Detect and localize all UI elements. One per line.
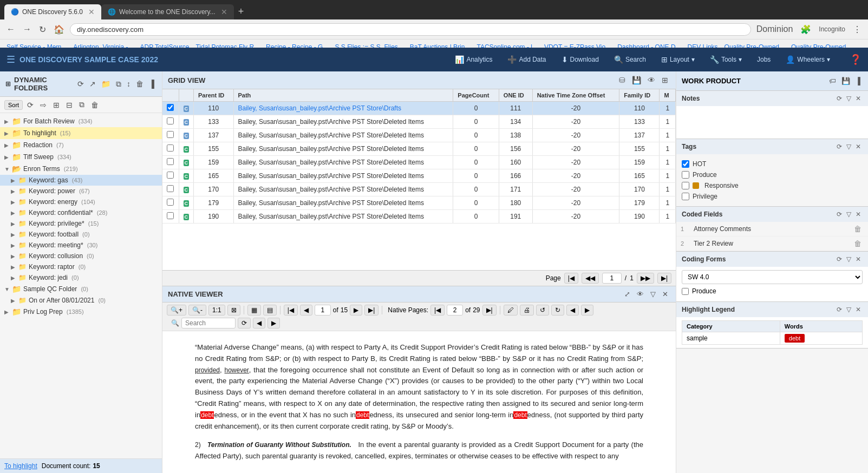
folder-keyword-privilege[interactable]: ▶ 📁 Keyword: privilege* (15) [0, 218, 162, 229]
row-checkbox-cell[interactable] [162, 156, 179, 169]
col-icon[interactable] [162, 89, 179, 102]
forward-button[interactable]: → [21, 23, 34, 35]
native-first-btn[interactable]: |◀ [430, 305, 445, 316]
hl-expand-btn[interactable]: ▽ [845, 305, 853, 314]
nav-jobs[interactable]: Jobs [750, 52, 777, 67]
tab-close-btn-2[interactable]: ✕ [221, 8, 227, 16]
row-checkbox-cell[interactable] [162, 102, 179, 115]
cf-del-2[interactable]: 🗑 [852, 239, 864, 248]
hl-refresh-btn[interactable]: ⟳ [835, 305, 844, 314]
row-checkbox-cell[interactable] [162, 142, 179, 156]
page-first-viewer-btn[interactable]: |◀ [284, 305, 298, 316]
folder-keyword-jedi[interactable]: ▶ 📁 Keyword: jedi (0) [0, 272, 162, 283]
tag-hot-checkbox[interactable] [682, 160, 689, 168]
grid-filter-btn[interactable]: ⛁ [617, 75, 628, 86]
sort-forward-btn[interactable]: ⇨ [38, 100, 49, 110]
tag-produce-checkbox[interactable] [682, 171, 689, 179]
page-input[interactable] [602, 273, 622, 284]
native-last-btn[interactable]: ▶| [482, 305, 497, 316]
page-last-viewer-btn[interactable]: ▶| [364, 305, 378, 316]
coding-form-select[interactable]: SW 4.0 Default Review [682, 270, 863, 284]
row-path[interactable]: Bailey, Susan\susan_bailey.pst\Archive P… [233, 102, 453, 115]
tab-close-btn[interactable]: ✕ [88, 8, 95, 16]
row-path[interactable]: Bailey, Susan\susan_bailey.pst\Archive P… [233, 115, 453, 129]
hl-close-btn[interactable]: ✕ [854, 305, 863, 314]
folder-keyword-gas[interactable]: ▶ 📁 Keyword: gas (43) [0, 175, 162, 186]
viewer-popout-btn[interactable]: ⤢ [622, 289, 632, 299]
row-checkbox[interactable] [167, 104, 174, 111]
nav-add-data[interactable]: ➕ Add Data [501, 52, 552, 67]
notes-close-btn[interactable]: ✕ [854, 94, 863, 103]
folder-redaction[interactable]: ▶ 📁 Redaction (7) [0, 139, 162, 151]
folder-keyword-confidential[interactable]: ▶ 📁 Keyword: confidential* (28) [0, 207, 162, 218]
page-last-btn[interactable]: ▶| [657, 273, 671, 284]
sidebar-panel-toggle[interactable]: ▐ [147, 78, 156, 90]
notes-content[interactable] [676, 106, 868, 139]
sidebar-share-btn[interactable]: ↗ [87, 78, 98, 90]
viewer-search-input[interactable] [181, 318, 236, 329]
sort-copy2-btn[interactable]: ⧉ [77, 99, 87, 110]
hamburger-menu[interactable]: ☰ [6, 54, 15, 65]
row-checkbox[interactable] [167, 144, 174, 152]
sort-grid-btn[interactable]: ⊞ [51, 100, 62, 110]
row-checkbox[interactable] [167, 131, 174, 138]
table-row[interactable]: C 190 Bailey, Susan\susan_bailey.pst\Arc… [162, 210, 676, 224]
tag-privilege-checkbox[interactable] [682, 193, 689, 200]
native-page-input[interactable] [447, 305, 463, 316]
grid-save-btn[interactable]: 💾 [630, 75, 643, 86]
folder-keyword-meeting[interactable]: ▶ 📁 Keyword: meeting* (30) [0, 240, 162, 251]
zoom-out-btn[interactable]: 🔍- [188, 305, 206, 316]
folder-to-highlight[interactable]: ▶ 📁 To highlight (15) [0, 127, 162, 139]
sidebar-add-folder-btn[interactable]: 📁 [99, 78, 113, 90]
right-sidebar-scroll[interactable]: Notes ⟳ ▽ ✕ Tags ⟳ [676, 91, 868, 473]
nav-download[interactable]: ⬇ Download [555, 52, 605, 67]
tab-welcome[interactable]: 🌐 Welcome to the ONE Discovery... ✕ [101, 4, 234, 19]
view-scroll-btn[interactable]: ▤ [263, 305, 277, 316]
page-first-btn[interactable]: |◀ [564, 273, 578, 284]
sort-view-btn[interactable]: ⊟ [64, 100, 75, 110]
print-btn[interactable]: 🖨 [520, 305, 534, 316]
viewer-page-input[interactable] [315, 305, 331, 316]
cf-expand-btn[interactable]: ▽ [845, 210, 853, 219]
folder-priv-log-prep[interactable]: ▶ 📁 Priv Log Prep (1385) [0, 306, 162, 318]
row-checkbox[interactable] [167, 185, 174, 192]
table-row[interactable]: C 133 Bailey, Susan\susan_bailey.pst\Arc… [162, 115, 676, 129]
sort-button[interactable]: Sort [4, 100, 23, 110]
row-path[interactable]: Bailey, Susan\susan_bailey.pst\Archive P… [233, 169, 453, 183]
cf-produce-checkbox[interactable] [682, 288, 689, 295]
nav-analytics[interactable]: 📊 Analytics [448, 52, 499, 67]
native-content[interactable]: “Material Adverse Change” means, (a) wit… [162, 331, 676, 473]
sidebar-copy-btn[interactable]: ⧉ [114, 78, 123, 90]
tags-close-btn[interactable]: ✕ [854, 142, 863, 151]
tags-refresh-btn[interactable]: ⟳ [835, 142, 844, 151]
folder-for-batch-review[interactable]: ▶ 📁 For Batch Review (334) [0, 115, 162, 127]
row-checkbox-cell[interactable] [162, 196, 179, 210]
page-next-viewer-btn[interactable]: ▶ [350, 305, 362, 316]
rotate-left-btn[interactable]: ↺ [536, 305, 549, 316]
coding-forms-close-btn[interactable]: ✕ [854, 255, 863, 264]
zoom-in-btn[interactable]: 🔍+ [167, 305, 186, 316]
rotate-right-btn[interactable]: ↻ [551, 305, 564, 316]
page-prev-btn[interactable]: ◀◀ [582, 273, 599, 284]
search-prev-btn[interactable]: ◀ [253, 318, 265, 329]
cf-del-1[interactable]: 🗑 [852, 225, 864, 233]
address-bar[interactable] [70, 23, 751, 36]
new-tab-button[interactable]: + [234, 4, 249, 19]
wp-save-btn[interactable]: 💾 [839, 76, 852, 86]
table-row[interactable]: C 155 Bailey, Susan\susan_bailey.pst\Arc… [162, 142, 676, 156]
folder-keyword-football[interactable]: ▶ 📁 Keyword: football (0) [0, 229, 162, 240]
search-next-btn[interactable]: ▶ [267, 318, 280, 329]
folder-tiff-sweep[interactable]: ▶ 📁 Tiff Sweep (334) [0, 151, 162, 163]
footer-link[interactable]: To highlight [4, 462, 37, 470]
row-checkbox[interactable] [167, 172, 174, 179]
folder-keyword-energy[interactable]: ▶ 📁 Keyword: energy (104) [0, 196, 162, 207]
grid-eye-btn[interactable]: 👁 [645, 75, 657, 86]
nav-search[interactable]: 🔍 Search [608, 52, 652, 67]
row-path[interactable]: Bailey, Susan\susan_bailey.pst\Archive P… [233, 129, 453, 142]
row-path[interactable]: Bailey, Susan\susan_bailey.pst\Archive P… [233, 156, 453, 169]
fit-width-btn[interactable]: ⊠ [227, 305, 240, 316]
row-checkbox-cell[interactable] [162, 129, 179, 142]
tags-expand-btn[interactable]: ▽ [845, 142, 853, 151]
row-path[interactable]: Bailey, Susan\susan_bailey.pst\Archive P… [233, 183, 453, 196]
page-prev-viewer-btn[interactable]: ◀ [300, 305, 312, 316]
